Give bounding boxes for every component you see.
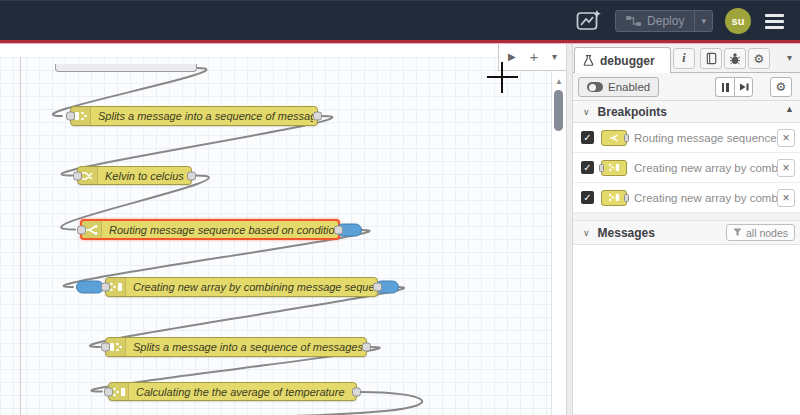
breakpoints-title: Breakpoints	[598, 105, 667, 119]
node-join-1[interactable]: Creating new array by combining message …	[105, 277, 378, 297]
remove-breakpoint-button[interactable]: ×	[777, 159, 795, 177]
breakpoint-row[interactable]: ✓ Creating new array by combining messag…	[573, 183, 800, 213]
add-flow-icon[interactable]: +	[529, 49, 538, 64]
section-divider	[573, 213, 800, 221]
breakpoint-checkbox[interactable]: ✓	[581, 161, 594, 174]
info-icon: i	[682, 51, 685, 66]
output-port[interactable]	[334, 225, 343, 234]
output-port[interactable]	[352, 387, 361, 396]
debugger-settings-button[interactable]: ⚙	[770, 77, 792, 97]
node-split-2[interactable]: Splits a message into a sequence of mess…	[105, 337, 367, 357]
breakpoints-section-header[interactable]: ∨ Breakpoints ▲	[573, 101, 800, 123]
check-icon: ✓	[583, 192, 591, 203]
chevron-down-icon: ∨	[583, 107, 590, 117]
node-partial-top[interactable]	[55, 64, 197, 72]
tab-config-nodes[interactable]: ⚙	[748, 48, 770, 69]
node-red-app: Deploy ▾ su	[0, 0, 800, 415]
flow-tab-controls: ▶ + ▾	[498, 44, 566, 71]
scroll-tabs-right-icon[interactable]: ▶	[508, 52, 516, 62]
input-port[interactable]	[104, 387, 113, 396]
main-menu-button[interactable]	[763, 10, 786, 33]
node-label: Routing message sequence based on condit…	[109, 221, 334, 238]
breakpoint-label: Creating new array by combining message …	[634, 162, 777, 174]
caret-down-icon: ▾	[701, 16, 706, 26]
enabled-label: Enabled	[608, 81, 650, 93]
output-port[interactable]	[313, 112, 322, 121]
node-label: Kelvin to celcius	[105, 167, 187, 184]
join-icon	[601, 160, 627, 176]
node-switch[interactable]: Routing message sequence based on condit…	[80, 219, 340, 240]
join-icon	[601, 190, 627, 206]
port-nub	[624, 134, 629, 142]
gear-icon: ⚙	[776, 80, 787, 94]
messages-section-header[interactable]: ∨ Messages all nodes	[573, 221, 800, 245]
deploy-button[interactable]: Deploy ▾	[615, 10, 713, 32]
close-icon: ×	[782, 132, 789, 144]
debugger-enabled-toggle[interactable]: Enabled	[578, 77, 659, 97]
tab-label: debugger	[600, 54, 655, 68]
bug-icon	[729, 52, 741, 65]
sidebar-tabs-menu-icon[interactable]: ▾	[787, 52, 792, 63]
close-icon: ×	[782, 162, 789, 174]
input-port[interactable]	[73, 171, 82, 180]
input-port[interactable]	[101, 283, 110, 292]
breakpoint-label: Creating new array by combining message …	[634, 192, 777, 204]
breakpoint-checkbox[interactable]: ✓	[581, 131, 594, 144]
scroll-up-icon[interactable]: ▲	[552, 77, 566, 86]
breakpoint-row[interactable]: ✓ Creating new array by combining messag…	[573, 153, 800, 183]
input-port[interactable]	[66, 112, 75, 121]
node-label: Creating new array by combining message …	[133, 278, 373, 296]
tab-debugger[interactable]: debugger	[574, 47, 671, 74]
node-label: Calculating the the average of temperatu…	[136, 383, 352, 400]
remove-breakpoint-button[interactable]: ×	[777, 129, 795, 147]
gear-icon: ⚙	[754, 52, 765, 66]
flow-list-caret-icon[interactable]: ▾	[552, 52, 557, 62]
output-port[interactable]	[187, 171, 196, 180]
check-icon: ✓	[583, 162, 591, 173]
output-port[interactable]	[373, 283, 382, 292]
deploy-options-button[interactable]: ▾	[694, 11, 712, 31]
node-split-1[interactable]: Splits a message into a sequence of mess…	[70, 106, 318, 126]
sidebar-resize-handle[interactable]	[566, 44, 573, 415]
breakpoint-row[interactable]: ✓ Routing message sequence based on cond…	[573, 123, 800, 153]
sidebar: debugger i ⚙ ▾	[573, 44, 800, 415]
book-icon	[705, 52, 718, 65]
tab-info[interactable]: i	[673, 48, 695, 69]
switch-icon	[601, 130, 627, 146]
port-nub	[599, 164, 604, 172]
flow-workspace[interactable]: Splits a message into a sequence of mess…	[0, 44, 566, 415]
scroll-up-icon[interactable]: ▲	[785, 104, 794, 114]
node-change[interactable]: Kelvin to celcius	[77, 166, 192, 185]
filter-icon	[733, 228, 742, 237]
input-port[interactable]	[101, 343, 110, 352]
filter-label: all nodes	[746, 227, 788, 239]
chevron-down-icon: ∨	[583, 228, 590, 238]
node-label: Splits a message into a sequence of mess…	[133, 338, 362, 356]
breakpoint-marker-input[interactable]	[76, 281, 104, 294]
avatar-initials: su	[732, 15, 745, 27]
node-average[interactable]: Calculating the the average of temperatu…	[108, 382, 357, 401]
breakpoint-checkbox[interactable]: ✓	[581, 191, 594, 204]
pause-button[interactable]	[715, 77, 734, 97]
export-chart-button[interactable]	[575, 8, 603, 34]
flask-icon	[582, 54, 595, 67]
toggle-icon	[587, 82, 603, 92]
tab-debug-messages[interactable]	[724, 48, 746, 69]
remove-breakpoint-button[interactable]: ×	[777, 189, 795, 207]
input-port[interactable]	[77, 225, 86, 234]
node-label: Splits a message into a sequence of mess…	[98, 107, 313, 125]
step-button[interactable]	[734, 77, 753, 97]
crosshair-cursor	[501, 62, 503, 93]
scrollbar-thumb[interactable]	[554, 90, 563, 131]
message-filter-button[interactable]: all nodes	[726, 224, 795, 241]
step-icon	[738, 81, 750, 93]
messages-title: Messages	[598, 226, 655, 240]
user-avatar[interactable]: su	[725, 8, 751, 34]
flow-tabbar-strip	[0, 44, 566, 57]
deploy-label: Deploy	[647, 14, 684, 28]
canvas-scrollbar[interactable]: ▲	[551, 71, 566, 415]
tab-help[interactable]	[700, 48, 722, 69]
check-icon: ✓	[583, 132, 591, 143]
output-port[interactable]	[362, 343, 371, 352]
pause-icon	[722, 83, 729, 92]
